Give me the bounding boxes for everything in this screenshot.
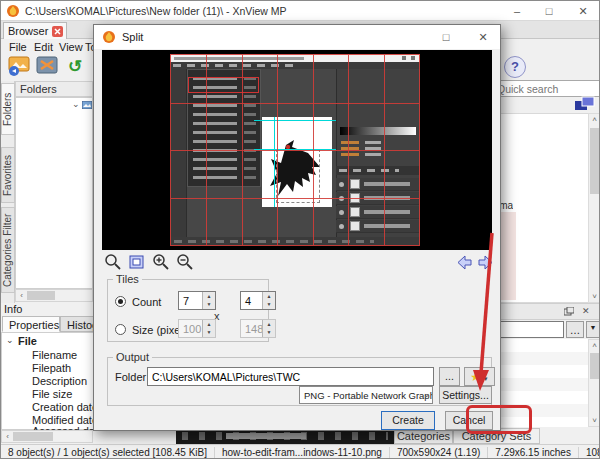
size-x-spinner[interactable]: 100▲▼ — [178, 319, 216, 338]
chevron-down-icon[interactable]: ⌄ — [72, 99, 80, 109]
close-button[interactable]: ✕ — [565, 1, 600, 21]
zoom-out-icon[interactable] — [176, 253, 196, 271]
scroll-left-icon[interactable]: ‹ — [17, 291, 26, 301]
zoom-fit-icon[interactable] — [128, 253, 148, 271]
count-label: Count — [132, 296, 161, 308]
preview-image — [170, 54, 420, 246]
scroll-down-icon[interactable]: ˅ — [589, 416, 600, 426]
output-legend: Output — [113, 351, 152, 363]
menu-file[interactable]: File — [9, 41, 27, 53]
panel-filler — [93, 430, 176, 444]
folder-input[interactable] — [147, 367, 434, 386]
folder-label: Folder — [115, 371, 146, 383]
maximize-button[interactable]: □ — [533, 1, 565, 21]
category-browse-button[interactable]: … — [566, 321, 584, 338]
folders-panel-header: Folders — [15, 81, 93, 97]
info-hscrollbar[interactable]: ‹ — [1, 430, 93, 443]
dialog-title: Split — [122, 31, 143, 43]
folders-tree[interactable]: ⌄ — [15, 97, 93, 289]
count-x-spinner[interactable]: 7▲▼ — [178, 291, 216, 310]
spinner-arrows-icon[interactable]: ▲▼ — [262, 292, 275, 309]
zoom-in-icon[interactable] — [152, 253, 172, 271]
rotate-ccw-icon[interactable]: ↺ — [62, 56, 88, 78]
status-bar: 8 object(s) / 1 object(s) selected [108.… — [1, 444, 600, 459]
size-radio[interactable] — [115, 324, 126, 335]
split-dialog: Split □ ✕ — [93, 24, 501, 431]
status-objects: 8 object(s) / 1 object(s) selected [108.… — [1, 447, 215, 459]
window-title: C:\Users\KOMAL\Pictures\New folder (11)\… — [25, 5, 287, 17]
tiles-legend: Tiles — [113, 273, 142, 285]
chevron-down-icon: ⌄ — [423, 390, 430, 399]
size-y-spinner[interactable]: 148▲▼ — [240, 319, 276, 338]
tree-group-file[interactable]: File — [18, 335, 37, 347]
scroll-up-icon[interactable]: ˄ — [589, 115, 600, 125]
scroll-left-icon[interactable]: ‹ — [3, 432, 12, 442]
fullscreen-icon[interactable] — [34, 56, 60, 78]
category-dropdown-button[interactable]: ▼ — [586, 321, 600, 338]
tree-row[interactable]: Filename — [32, 349, 77, 361]
filmstrip-slider[interactable] — [226, 433, 306, 439]
status-inches: 7.29x6.15 inches — [488, 447, 579, 459]
tree-row[interactable]: Description — [32, 375, 87, 387]
browser-vscrollbar[interactable]: ˄ ˅ — [588, 113, 600, 303]
xnview-logo-icon — [6, 4, 20, 18]
create-button[interactable]: Create — [381, 411, 435, 430]
scroll-down-icon[interactable]: ˅ — [589, 292, 600, 302]
sidebar-tab-categories-filter[interactable]: Categories Filter — [1, 207, 15, 293]
compare-windows-icon[interactable] — [574, 96, 596, 112]
status-filesize: 108.45 KiB — [579, 447, 600, 459]
status-dimensions: 700x590x24 (1.19) — [390, 447, 488, 459]
status-filename: how-to-edit-fram...indows-11-10.png — [215, 447, 390, 459]
annotation-arrow — [461, 227, 507, 397]
spinner-arrows-icon[interactable]: ▲▼ — [202, 292, 215, 309]
zoom-original-icon[interactable] — [104, 253, 124, 271]
xnview-logo-icon — [102, 30, 116, 44]
tree-row[interactable]: File size — [32, 388, 72, 400]
scroll-thumb[interactable] — [27, 291, 55, 300]
folder-browse-button[interactable]: ... — [439, 367, 460, 386]
browse-image-icon[interactable] — [6, 56, 32, 78]
tab-browser[interactable]: Browser — [3, 22, 67, 39]
format-combobox[interactable]: PNG - Portable Network Graphics⌄ — [299, 386, 433, 404]
scroll-thumb[interactable] — [590, 353, 600, 379]
scroll-thumb[interactable] — [13, 432, 53, 441]
search-input[interactable] — [493, 80, 600, 97]
count-y-spinner[interactable]: 4▲▼ — [240, 291, 276, 310]
folders-hscrollbar[interactable]: ‹ — [15, 289, 93, 302]
annotation-highlight-ring — [466, 405, 532, 434]
spinner-arrows-icon[interactable]: ▲▼ — [262, 320, 275, 337]
dialog-maximize-button[interactable]: □ — [432, 25, 460, 49]
tree-row[interactable]: Filepath — [32, 362, 71, 374]
split-grid-overlay — [170, 54, 420, 246]
folder-thumbnail-icon — [82, 101, 92, 109]
sidebar-tab-favorites[interactable]: Favorites — [1, 147, 15, 203]
count-radio[interactable] — [115, 296, 126, 307]
window-titlebar: C:\Users\KOMAL\Pictures\New folder (11)\… — [1, 1, 600, 21]
minimize-button[interactable]: – — [501, 1, 533, 21]
menu-edit[interactable]: Edit — [34, 41, 53, 53]
float-panel-icon[interactable] — [564, 307, 574, 316]
spinner-arrows-icon[interactable]: ▲▼ — [202, 320, 215, 337]
dialog-close-button[interactable]: ✕ — [466, 25, 500, 49]
help-button[interactable]: ? — [504, 56, 526, 78]
menu-view[interactable]: View — [59, 41, 83, 53]
dialog-titlebar: Split □ ✕ — [94, 25, 500, 49]
chevron-down-icon[interactable]: ⌄ — [6, 335, 14, 345]
sidebar-tab-folders[interactable]: Folders — [1, 83, 15, 135]
tab-properties[interactable]: Properties — [2, 316, 60, 332]
tab-close-icon[interactable] — [52, 26, 63, 37]
scroll-up-icon[interactable]: ˄ — [589, 341, 600, 351]
xnview-window: C:\Users\KOMAL\Pictures\New folder (11)\… — [0, 0, 600, 459]
categories-vscrollbar[interactable]: ˄ ˅ — [588, 339, 600, 427]
scroll-thumb[interactable] — [590, 128, 600, 194]
close-panel-icon[interactable]: ✕ — [582, 306, 590, 316]
